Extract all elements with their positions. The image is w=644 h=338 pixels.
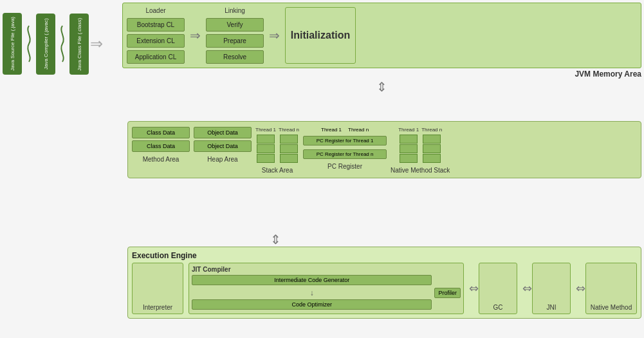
interpreter-label: Interpreter [143,304,172,311]
java-class-box: Java Class File (.class) [69,14,89,75]
stack-threadn-label: Thread n [279,127,299,133]
h-arrow-3: ⇔ [576,281,585,296]
jvm-memory-label: JVM Memory Area [122,70,641,79]
method-area-label: Method Area [143,156,179,163]
method-area-section: Class Data Class Data Method Area [132,127,190,163]
bootstrap-cl: Bootstrap CL [127,18,185,32]
interpreter-box: Interpreter [132,263,183,314]
jni-connector: ⇔ JNI [522,263,571,314]
pc-register-section: Thread 1 Thread n PC Register for Thread… [303,127,387,170]
stack-cell-1c [257,154,275,163]
linking-column: Linking Verify Prepare Resolve [206,7,264,64]
cl-to-linking-arrow: ⇒ [189,7,202,64]
left-pipeline: Java Source File (.java) Java Compiler (… [3,13,104,75]
jit-row: Intermediate Code Generator ↓ Code Optim… [192,275,461,311]
resolve-box: Resolve [206,50,264,64]
intermediate-code-gen: Intermediate Code Generator [192,275,432,285]
native-method-stack-section: Thread 1 Thread n Native Method Stack [391,127,450,174]
stack-col-1: Thread 1 [255,127,276,163]
native-cell-nb [423,144,441,153]
pc-reg-thread1: PC Register for Thread 1 [303,136,387,146]
linking-to-init-arrow: ⇒ [268,7,281,64]
pc-register-label: PC Register [327,163,362,170]
verify-box: Verify [206,18,264,32]
extension-cl: Extension CL [127,34,185,48]
native-method-stack-label: Native Method Stack [391,167,450,174]
loader-column: Loader Bootstrap CL Extension CL Applica… [127,7,185,64]
application-cl: Application CL [127,50,185,64]
java-compiler-box: Java Compiler (.javac) [36,14,55,75]
h-arrow-2: ⇔ [522,281,532,296]
jit-compiler-box: JIT Compiler Intermediate Code Generator… [189,263,464,314]
stack-cell-nc [280,154,298,163]
memory-area-inner: Class Data Class Data Method Area Object… [132,127,637,174]
gc-label: GC [493,304,503,311]
jvm-diagram: Java Source File (.java) Java Compiler (… [0,0,644,338]
stack-visual: Thread 1 Thread n [255,127,299,163]
h-arrow-1: ⇔ [469,281,479,296]
native-method-label: Native Method [591,304,632,311]
wavy-arrow-2 [55,24,69,63]
stack-col-n: Thread n [279,127,299,163]
native-threadn-label: Thread n [421,127,442,133]
initialization-label: Initialization [291,30,350,41]
object-data-box-2: Object Data [194,140,252,152]
jit-down-arrow: ↓ [192,288,432,297]
class-data-box-2: Class Data [132,140,190,152]
jni-label: JNI [547,304,557,311]
wavy-arrow-1 [22,24,36,63]
fat-arrow-main: ⇒ [90,35,103,53]
native-stack-col-1: Thread 1 [398,127,419,163]
heap-area-label: Heap Area [207,156,237,163]
stack-cell-1b [257,144,275,153]
native-thread1-label: Thread 1 [398,127,419,133]
native-cell-na [423,135,441,144]
native-cell-nc [423,154,441,163]
memory-area: Class Data Class Data Method Area Object… [127,121,641,178]
stack-area-section: Thread 1 Thread n Stack Area [255,127,299,174]
heap-area-section: Object Data Object Data Heap Area [194,127,252,163]
class-data-box-1: Class Data [132,127,190,138]
prepare-box: Prepare [206,34,264,48]
stack-cell-na [280,135,298,144]
native-stack-col-n: Thread n [421,127,442,163]
native-cell-1c [400,154,418,163]
gc-box: GC [479,263,517,314]
pc-reg-threadn: PC Register for Thread n [303,149,387,159]
stack-cell-1a [257,135,275,144]
jni-box: JNI [532,263,571,314]
pc-thread1-label: Thread 1 [321,127,342,133]
pc-threadn-label: Thread n [348,127,369,133]
code-optimizer: Code Optimizer [192,299,432,310]
java-source-box: Java Source File (.java) [3,13,22,75]
profiler-box: Profiler [434,288,461,298]
native-cell-1b [400,144,418,153]
classloading-panel: Loader Bootstrap CL Extension CL Applica… [122,3,641,68]
native-method-connector: ⇔ Native Method [576,263,637,314]
exec-engine-label: Execution Engine [132,251,637,260]
exec-engine-inner: Interpreter JIT Compiler Intermediate Co… [132,263,637,314]
classloading-region: Loader Bootstrap CL Extension CL Applica… [122,3,641,95]
native-method-box: Native Method [585,263,637,314]
native-stack-visual: Thread 1 Thread n [398,127,442,163]
gc-connector: ⇔ GC [469,263,517,314]
v-arrow-cl-to-mem: ⇕ [122,79,641,95]
stack-cell-nb [280,144,298,153]
jit-title: JIT Compiler [192,266,461,273]
stack-thread1-label: Thread 1 [255,127,276,133]
object-data-box-1: Object Data [194,127,252,138]
exec-engine-area: Execution Engine Interpreter JIT Compile… [127,247,641,319]
stack-area-label: Stack Area [262,167,293,174]
loader-title: Loader [127,7,185,14]
initialization-box: Initialization [285,7,356,64]
native-cell-1a [400,135,418,144]
linking-title: Linking [206,7,264,14]
v-arrow-mem-to-exec: ⇕ [270,232,281,247]
